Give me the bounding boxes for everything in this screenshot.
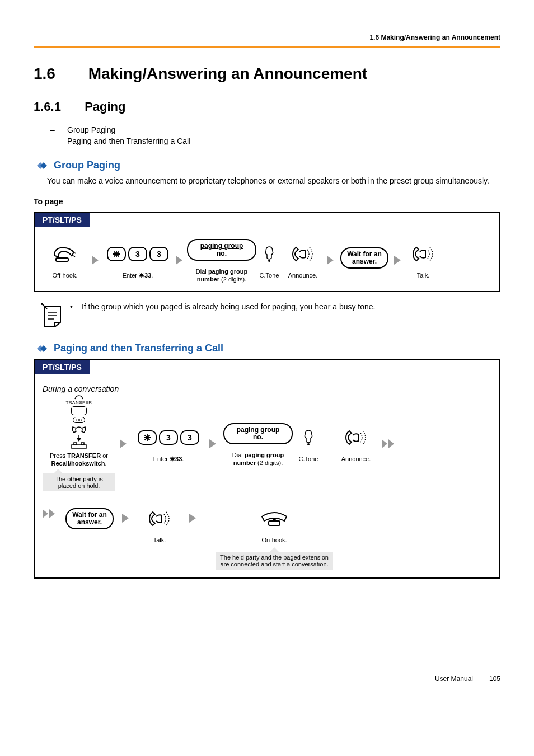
step-caption: Enter 33.: [153, 455, 184, 463]
svg-point-5: [268, 260, 270, 262]
arrow-icon: [322, 256, 339, 265]
note-icon: [39, 302, 70, 331]
flow-paging-transfer: PT/SLT/PS During a conversation TRANSFER…: [34, 359, 500, 579]
svg-marker-3: [92, 256, 99, 265]
svg-point-21: [307, 443, 310, 445]
step-caption: C.Tone: [260, 271, 279, 279]
flow-to-page: PT/SLT/PS Off-hook. 3: [34, 212, 500, 293]
step-caption: Dial paging group number (2 digits).: [222, 451, 294, 467]
title-text: Making/Answering an Announcement: [88, 65, 367, 82]
paging-group-pill: paging group no.: [187, 239, 256, 260]
key-3: 3: [128, 247, 147, 261]
page-number: 105: [489, 675, 500, 683]
toc-item: Paging and then Transferring a Call: [67, 137, 190, 145]
svg-point-11: [41, 303, 43, 305]
svg-rect-17: [74, 443, 77, 445]
header-rule: [34, 46, 500, 48]
page-footer: User Manual 105: [435, 675, 500, 683]
key-star: [107, 247, 126, 261]
transfer-icon: TRANSFER OR: [65, 395, 92, 449]
svg-marker-23: [388, 439, 394, 448]
step-caption: C.Tone: [299, 455, 318, 463]
announce-icon: [344, 425, 368, 450]
step-caption: Talk.: [417, 271, 430, 279]
svg-marker-19: [120, 439, 127, 448]
talk-icon: [147, 506, 172, 532]
paging-transfer-heading: Paging and then Transferring a Call: [34, 342, 500, 354]
group-paging-heading: Group Paging: [34, 159, 500, 171]
breadcrumb: 1.6 Making/Answering an Announcement: [34, 34, 500, 46]
svg-marker-26: [122, 514, 129, 523]
arrow-icon: [87, 256, 104, 265]
step-caption: On-hook.: [261, 536, 287, 544]
step-caption: Enter 33.: [123, 271, 153, 279]
step-caption: Off-hook.: [52, 271, 77, 279]
device-tab: PT/SLT/PS: [35, 360, 90, 374]
key-star: [138, 430, 157, 445]
arrow-icon: [185, 506, 202, 523]
key-sequence: 3 3: [138, 430, 199, 445]
offhook-icon: [53, 241, 77, 267]
svg-marker-24: [43, 509, 48, 518]
step-caption: Talk.: [153, 536, 166, 544]
announce-icon: [291, 241, 315, 267]
ctone-icon: [263, 241, 276, 267]
subsection-number: 1.6.1: [34, 100, 81, 114]
key-3: 3: [159, 430, 178, 445]
diamond-icon: [34, 344, 48, 353]
key-sequence: 3 3: [107, 247, 168, 261]
note-text: If the group which you paged is already …: [82, 302, 376, 311]
continue-arrow-icon: [43, 506, 62, 518]
svg-marker-4: [176, 256, 182, 265]
device-tab: PT/SLT/PS: [35, 213, 90, 227]
toc-list: –Group Paging –Paging and then Transferr…: [50, 125, 500, 145]
key-3: 3: [149, 247, 168, 261]
svg-marker-1: [40, 162, 47, 169]
svg-rect-18: [81, 443, 84, 445]
step-caption: Dial paging group number (2 digits).: [188, 267, 255, 284]
svg-rect-16: [72, 445, 86, 448]
svg-marker-20: [209, 439, 216, 448]
callout-end: The held party and the paged extension a…: [216, 552, 333, 570]
arrow-icon: [118, 506, 134, 523]
footer-label: User Manual: [435, 675, 473, 683]
cradle-icon: [71, 442, 87, 449]
title-number: 1.6: [34, 65, 84, 83]
wait-pill: Wait for an answer.: [65, 508, 114, 529]
subsection-text: Paging: [85, 100, 125, 114]
svg-marker-22: [382, 439, 387, 448]
key-3: 3: [180, 430, 199, 445]
context-label: During a conversation: [43, 384, 491, 393]
arrow-icon: [205, 439, 222, 448]
step-caption: Press TRANSFER or Recall/hookswitch.: [43, 452, 115, 468]
group-paging-intro: You can make a voice announcement to pro…: [47, 176, 500, 187]
arrow-icon: [171, 256, 188, 265]
svg-rect-2: [56, 258, 68, 261]
svg-marker-7: [394, 256, 401, 265]
toc-item: Group Paging: [67, 125, 115, 134]
ctone-icon: [302, 425, 315, 450]
onhook-icon: [259, 506, 290, 532]
step-caption: Announce.: [288, 271, 318, 279]
diamond-icon: [34, 161, 48, 170]
arrow-icon: [115, 439, 132, 448]
continue-arrow-icon: [378, 439, 399, 448]
paging-group-pill: paging group no.: [223, 423, 293, 444]
svg-marker-13: [40, 345, 47, 352]
procedure-title: To page: [34, 197, 500, 206]
callout-hold: The other party is placed on hold.: [43, 473, 115, 491]
talk-icon: [411, 241, 435, 267]
svg-marker-27: [189, 514, 196, 523]
section-title: 1.6.1 Paging: [34, 100, 500, 114]
arrow-icon: [390, 256, 406, 265]
wait-pill: Wait for an answer.: [340, 247, 388, 269]
svg-marker-25: [49, 509, 55, 518]
step-caption: Announce.: [341, 455, 371, 463]
page-title: 1.6 Making/Answering an Announcement: [34, 65, 500, 83]
handset-icon: [71, 425, 87, 435]
svg-marker-6: [327, 256, 334, 265]
note: •If the group which you paged is already…: [39, 302, 500, 331]
